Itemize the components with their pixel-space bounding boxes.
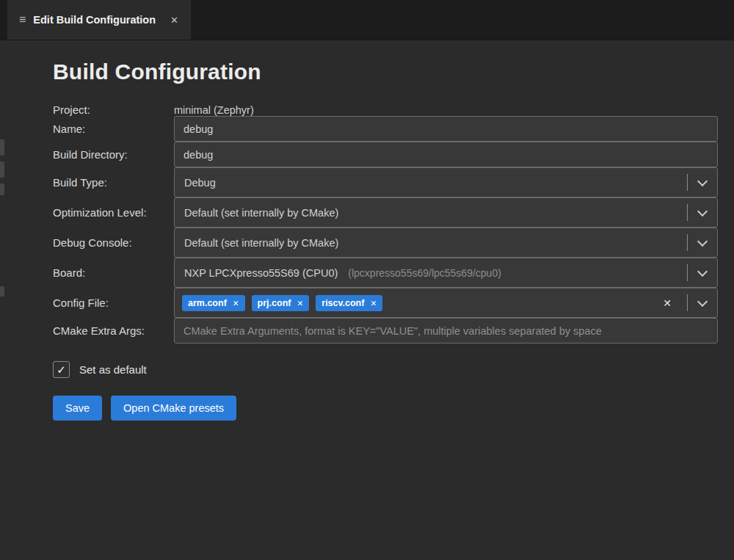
chevron-down-icon: [697, 206, 708, 216]
optimization-level-label: Optimization Level:: [53, 206, 174, 219]
config-chip-riscv[interactable]: riscv.conf ✕: [316, 295, 382, 311]
board-detail: (lpcxpresso55s69/lpc55s69/cpu0): [348, 267, 501, 279]
chevron-down-icon: [697, 175, 708, 186]
config-chip-label: prj.conf: [258, 298, 291, 308]
chevron-down-icon: [697, 266, 708, 276]
config-chip-prj[interactable]: prj.conf ✕: [252, 295, 310, 311]
chevron-down-icon: [697, 296, 708, 306]
select-divider: [687, 174, 688, 191]
left-edge-mark: [0, 183, 4, 195]
tab-close-icon[interactable]: ✕: [170, 15, 178, 26]
select-divider: [687, 234, 688, 251]
config-chip-label: arm.conf: [188, 298, 227, 308]
build-directory-input[interactable]: [174, 142, 718, 167]
config-chip-label: riscv.conf: [321, 298, 364, 308]
debug-console-value: Default (set internally by CMake): [184, 237, 338, 249]
cmake-extra-args-label: CMake Extra Args:: [53, 324, 174, 337]
check-icon: ✓: [57, 363, 66, 377]
chevron-down-icon: [697, 236, 708, 246]
project-value: minimal (Zephyr): [174, 104, 718, 116]
left-edge-mark: [0, 286, 4, 297]
left-edge-mark: [0, 161, 4, 178]
build-type-select[interactable]: Debug: [174, 167, 718, 197]
project-label: Project:: [53, 103, 174, 116]
board-value: NXP LPCXpresso55S69 (CPU0): [184, 267, 338, 279]
debug-console-label: Debug Console:: [53, 236, 174, 249]
open-cmake-presets-button[interactable]: Open CMake presets: [111, 396, 236, 421]
tab-edit-build-configuration[interactable]: ≡ Edit Build Configuration ✕: [7, 0, 191, 40]
select-divider: [687, 294, 688, 311]
tab-title: Edit Build Configuration: [33, 14, 156, 26]
optimization-level-value: Default (set internally by CMake): [184, 207, 338, 219]
tab-bar: ≡ Edit Build Configuration ✕: [0, 0, 734, 40]
build-directory-label: Build Directory:: [53, 148, 174, 161]
board-label: Board:: [53, 266, 174, 279]
chip-remove-icon[interactable]: ✕: [370, 299, 377, 308]
name-input[interactable]: [174, 116, 718, 142]
build-configuration-form: Build Configuration Project: minimal (Ze…: [0, 40, 734, 421]
select-divider: [687, 204, 688, 221]
clear-all-icon[interactable]: ✕: [663, 297, 672, 309]
build-type-value: Debug: [184, 177, 216, 189]
build-type-label: Build Type:: [53, 176, 174, 189]
page-title: Build Configuration: [53, 59, 718, 84]
config-file-label: Config File:: [53, 297, 174, 309]
config-chip-arm[interactable]: arm.conf ✕: [182, 295, 245, 311]
cmake-extra-args-input[interactable]: [174, 318, 718, 343]
select-divider: [687, 264, 688, 281]
set-as-default-label: Set as default: [79, 363, 147, 376]
config-file-multiselect[interactable]: arm.conf ✕ prj.conf ✕ riscv.conf ✕ ✕: [174, 288, 718, 318]
left-edge-mark: [0, 139, 4, 156]
list-icon: ≡: [19, 14, 26, 26]
debug-console-select[interactable]: Default (set internally by CMake): [174, 228, 718, 258]
chip-remove-icon[interactable]: ✕: [297, 299, 303, 308]
set-as-default-checkbox[interactable]: ✓: [53, 361, 70, 378]
name-label: Name:: [53, 123, 174, 135]
optimization-level-select[interactable]: Default (set internally by CMake): [174, 197, 718, 228]
save-button[interactable]: Save: [53, 396, 102, 421]
board-select[interactable]: NXP LPCXpresso55S69 (CPU0) (lpcxpresso55…: [174, 258, 718, 288]
chip-remove-icon[interactable]: ✕: [233, 299, 239, 308]
